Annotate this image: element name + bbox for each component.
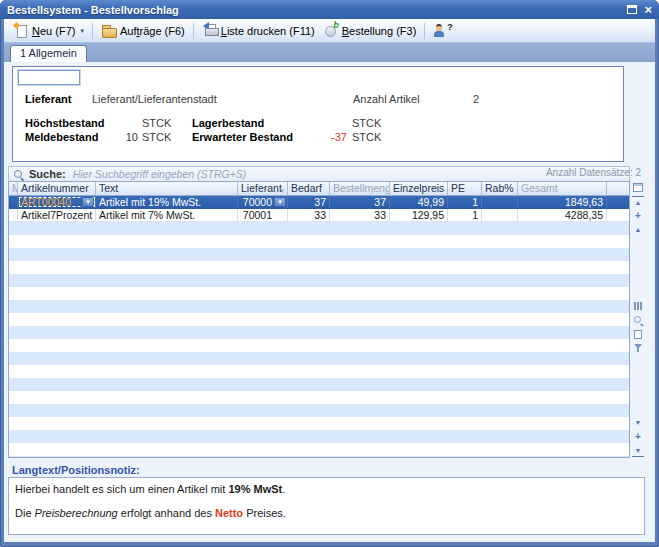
column-header-indicator[interactable]: M [9,182,18,195]
erwarteter-bestand-value: -37 [297,131,347,143]
column-header-bestellmenge[interactable]: Bestellmenge [330,182,390,195]
question-mark-icon: ? [447,22,453,32]
next-record-icon[interactable]: ▼ [632,417,644,429]
tab-strip: 1 Allgemein [4,43,655,62]
notes-heading: Langtext/Positionsnotiz: [12,464,140,476]
artikelnummer-cell[interactable]: Artikel7Prozent [18,209,96,221]
printer-icon [202,23,218,38]
grid-search-icon[interactable] [633,315,644,326]
erwarteter-bestand-unit: STCK [352,131,381,143]
sort-arrow-icon: ▼ [279,185,285,195]
einzelpreis-cell[interactable]: 49,99 [390,196,448,208]
help-person-icon [433,23,446,38]
row-indicator-cell [9,209,18,221]
window-title: Bestellsystem - Bestellvorschlag [7,4,627,16]
rab-cell[interactable] [482,209,518,221]
bestellmenge-cell[interactable]: 33 [330,209,390,221]
column-header-pe[interactable]: PE [448,182,482,195]
column-header-text[interactable]: Text [96,182,238,195]
bedarf-cell[interactable]: 37 [288,196,330,208]
column-header-einzelpreis[interactable]: Einzelpreis [390,182,448,195]
previous-record-icon[interactable]: ▲ [632,224,644,236]
table-row[interactable]: Artikel7Prozent Artikel mit 7% MwSt. 700… [9,209,629,222]
grid-side-navigator: ▲ + ▲ ▼ + ▼ [631,181,645,458]
window-frame: Neu (F7) ▾ Aufträge (F6) Liste drucken (… [4,19,655,542]
filter-icon[interactable] [633,343,644,353]
search-label: Suche: [29,168,66,180]
supplier-filter-input[interactable] [18,70,80,85]
cell-dropdown-icon[interactable]: ▼ [274,197,286,207]
folder-icon [101,23,117,38]
column-chooser-icon[interactable] [633,183,643,192]
toolbar-separator [424,23,425,39]
liste-drucken-button[interactable]: Liste drucken (F11) [198,21,319,40]
cell-dropdown-icon[interactable]: ▼ [82,197,94,207]
gesamt-cell[interactable]: 4288,35 [518,209,607,221]
close-icon[interactable]: × [644,3,652,16]
meldebestand-value: 10 [88,131,138,143]
erwarteter-bestand-label: Erwarteter Bestand [192,131,293,143]
filler-cell [607,196,629,208]
lieferant-label: Lieferant [25,93,71,105]
bedarf-cell[interactable]: 33 [288,209,330,221]
restore-icon[interactable] [627,5,637,14]
text-cell[interactable]: Artikel mit 7% MwSt. [96,209,238,221]
text-cell[interactable]: Artikel mit 19% MwSt. [96,196,238,208]
gesamt-cell[interactable]: 1849,63 [518,196,607,208]
lagerbestand-label: Lagerbestand [192,117,264,129]
neu-button[interactable]: Neu (F7) ▾ [9,21,88,40]
toolbar-separator [193,23,194,39]
lieferant-cell[interactable]: 70001 [238,209,288,221]
artikelnummer-cell[interactable]: ART00040▼ [18,196,96,208]
tab-allgemein[interactable]: 1 Allgemein [10,45,87,62]
toolbar-separator [92,23,93,39]
bestellmenge-cell[interactable]: 37 [330,196,390,208]
column-header-filler [607,182,629,195]
tab-content: Lieferant Lieferant/Lieferantenstadt Anz… [4,62,655,542]
toolbar: Neu (F7) ▾ Aufträge (F6) Liste drucken (… [4,19,655,43]
column-header-artikelnummer[interactable]: Artikelnummer [18,182,96,195]
append-record-icon[interactable]: + [632,431,644,443]
add-record-icon[interactable]: + [632,210,644,222]
column-header-bedarf[interactable]: Bedarf [288,182,330,195]
bestellung-button[interactable]: b Bestellung (F3) [319,21,421,40]
rab-cell[interactable] [482,196,518,208]
app-window: Bestellsystem - Bestellvorschlag × Neu (… [0,0,659,547]
auftraege-button[interactable]: Aufträge (F6) [97,21,189,40]
order-icon: b [323,23,339,38]
articles-grid: M Artikelnummer Text Lieferant▼ Bedarf B… [8,181,630,458]
general-panel: Lieferant Lieferant/Lieferantenstadt Anz… [12,66,624,162]
hoechstbestand-label: Höchstbestand [25,117,104,129]
notes-line-2: Die Preisberechnung erfolgt anhand des N… [15,507,638,519]
hoechstbestand-unit: STCK [142,117,171,129]
einzelpreis-cell[interactable]: 129,95 [390,209,448,221]
notes-line-1: Hierbei handelt es sich um einen Artikel… [15,483,638,495]
column-header-lieferant[interactable]: Lieferant▼ [238,182,288,195]
grid-header-row: M Artikelnummer Text Lieferant▼ Bedarf B… [9,182,629,196]
anzahl-artikel-label: Anzahl Artikel [353,93,420,105]
column-header-rab[interactable]: Rab% [482,182,518,195]
first-record-icon[interactable]: ▲ [632,196,644,208]
title-bar[interactable]: Bestellsystem - Bestellvorschlag × [0,0,659,19]
anzahl-artikel-value: 2 [473,93,479,105]
splitter-grip-icon[interactable] [637,302,639,310]
neu-dropdown-icon[interactable]: ▾ [80,27,84,35]
lagerbestand-unit: STCK [352,117,381,129]
pe-cell[interactable]: 1 [448,209,482,221]
filler-cell [607,209,629,221]
search-input[interactable] [71,167,625,181]
search-panel: Suche: [8,166,630,181]
lieferant-cell[interactable]: 70000▼ [238,196,288,208]
record-count: Anzahl Datensätze: 2 [546,167,641,178]
column-header-gesamt[interactable]: Gesamt [518,182,607,195]
new-document-icon [13,23,29,38]
help-button[interactable]: ? [429,21,457,40]
table-row[interactable]: ART00040▼ Artikel mit 19% MwSt. 70000▼ 3… [9,196,629,209]
last-record-icon[interactable]: ▼ [632,445,644,457]
meldebestand-unit: STCK [142,131,171,143]
notes-text-area[interactable]: Hierbei handelt es sich um einen Artikel… [8,477,645,535]
lieferant-value: Lieferant/Lieferantenstadt [92,93,217,105]
pe-cell[interactable]: 1 [448,196,482,208]
search-icon [13,169,24,180]
grid-layout-icon[interactable] [634,330,642,339]
